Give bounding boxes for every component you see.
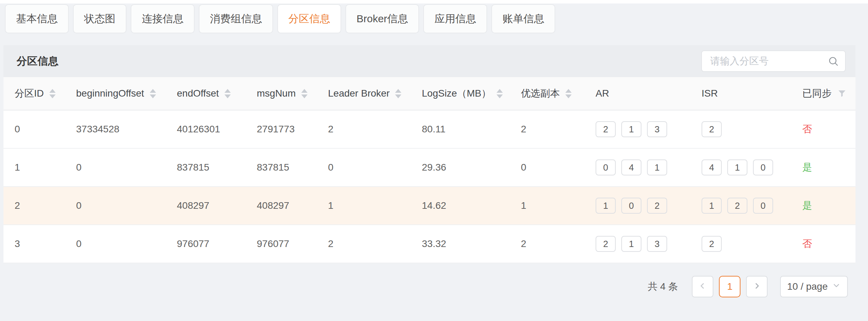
cell-synced: 否: [791, 110, 855, 148]
caret-down-icon[interactable]: [395, 94, 401, 98]
cell-partition_id: 2: [3, 187, 65, 224]
cell-log_size: 14.62: [411, 187, 510, 224]
caret-up-icon[interactable]: [565, 89, 572, 93]
table-footer: 共 4 条 1 10 / page: [0, 276, 848, 297]
cell-value: 976077: [177, 238, 209, 249]
cell-preferred_replica: 1: [510, 187, 584, 224]
sort-icon[interactable]: [224, 89, 231, 98]
current-page-label: 1: [727, 281, 732, 292]
column-header-label: ISR: [702, 88, 718, 99]
replica-tag: 1: [621, 236, 641, 252]
tab-item-2[interactable]: 连接信息: [131, 4, 195, 33]
cell-value: 0: [328, 162, 334, 173]
column-header-label: beginningOffset: [76, 88, 144, 99]
column-header-isr: ISR: [690, 77, 791, 110]
replica-tag: 0: [621, 198, 641, 214]
column-header-label: 分区ID: [15, 87, 44, 100]
sort-icon[interactable]: [565, 89, 572, 98]
caret-up-icon[interactable]: [49, 89, 56, 93]
chevron-right-icon: [752, 281, 761, 292]
caret-up-icon[interactable]: [395, 89, 401, 93]
caret-up-icon[interactable]: [301, 89, 308, 93]
cell-value: 0: [15, 124, 20, 135]
table-row: 10837815837815029.360041410是: [3, 149, 855, 187]
partition-search-box[interactable]: [701, 50, 846, 72]
sort-icon[interactable]: [497, 89, 503, 98]
replica-tag: 0: [753, 198, 773, 214]
synced-status: 否: [802, 237, 812, 250]
caret-down-icon[interactable]: [301, 94, 308, 98]
partition-table: 分区IDbeginningOffsetendOffsetmsgNumLeader…: [3, 77, 855, 263]
table-row: 20408297408297114.621102120是: [3, 187, 855, 225]
tab-item-5[interactable]: Broker信息: [345, 4, 419, 33]
column-header-leader_broker: Leader Broker: [317, 77, 411, 110]
caret-up-icon[interactable]: [224, 89, 231, 93]
cell-beginning_offset: 37334528: [65, 110, 166, 148]
chevron-left-icon: [698, 281, 707, 292]
cell-leader_broker: 1: [317, 187, 411, 224]
cell-leader_broker: 0: [317, 149, 411, 186]
replica-tag: 2: [702, 236, 722, 252]
caret-down-icon[interactable]: [224, 94, 231, 98]
tab-label: 状态图: [84, 12, 115, 26]
cell-value: 2: [328, 238, 334, 249]
cell-synced: 否: [791, 225, 855, 263]
sort-icon[interactable]: [49, 89, 56, 98]
table-header-row: 分区IDbeginningOffsetendOffsetmsgNumLeader…: [3, 77, 855, 110]
tab-item-7[interactable]: 账单信息: [491, 4, 555, 33]
cell-value: 1: [15, 162, 20, 173]
replica-tag: 2: [596, 236, 616, 252]
column-header-preferred_replica: 优选副本: [510, 77, 584, 110]
replica-tag: 0: [596, 159, 616, 175]
page-title: 分区信息: [17, 54, 58, 68]
tab-item-6[interactable]: 应用信息: [423, 4, 487, 33]
caret-up-icon[interactable]: [150, 89, 156, 93]
column-header-msg_num: msgNum: [246, 77, 317, 110]
sort-icon[interactable]: [301, 89, 308, 98]
filter-icon[interactable]: [837, 89, 847, 98]
cell-log_size: 33.32: [411, 225, 510, 263]
tab-item-3[interactable]: 消费组信息: [199, 4, 273, 33]
cell-value: 2791773: [257, 124, 295, 135]
tab-item-1[interactable]: 状态图: [73, 4, 126, 33]
replica-tag: 1: [702, 198, 722, 214]
search-input[interactable]: [710, 55, 828, 67]
tab-item-0[interactable]: 基本信息: [5, 4, 69, 33]
cell-value: 0: [521, 162, 526, 173]
column-header-log_size: LogSize（MB）: [411, 77, 510, 110]
synced-status: 是: [802, 199, 812, 212]
prev-page-button[interactable]: [692, 276, 713, 297]
sort-icon[interactable]: [150, 89, 156, 98]
tab-label: 连接信息: [142, 12, 183, 26]
cell-isr: 2: [690, 110, 791, 148]
column-header-ar: AR: [584, 77, 690, 110]
cell-synced: 是: [791, 187, 855, 224]
column-header-end_offset: endOffset: [166, 77, 246, 110]
cell-leader_broker: 2: [317, 225, 411, 263]
cell-log_size: 80.11: [411, 110, 510, 148]
cell-synced: 是: [791, 149, 855, 186]
sort-icon[interactable]: [395, 89, 401, 98]
tab-item-4[interactable]: 分区信息: [277, 4, 341, 33]
caret-down-icon[interactable]: [150, 94, 156, 98]
cell-beginning_offset: 0: [65, 187, 166, 224]
table-row: 30976077976077233.3222132否: [3, 225, 855, 263]
caret-down-icon[interactable]: [565, 94, 572, 98]
next-page-button[interactable]: [746, 276, 768, 297]
caret-up-icon[interactable]: [497, 89, 503, 93]
page-size-select[interactable]: 10 / page: [780, 276, 848, 297]
column-header-beginning_offset: beginningOffset: [65, 77, 166, 110]
cell-value: 3: [15, 238, 20, 249]
cell-value: 2: [15, 200, 20, 211]
search-icon[interactable]: [828, 56, 839, 67]
caret-down-icon[interactable]: [497, 94, 503, 98]
replica-tag: 1: [647, 159, 667, 175]
replica-tag: 2: [702, 121, 722, 137]
page-1-button[interactable]: 1: [719, 276, 740, 297]
page-size-label: 10 / page: [787, 281, 828, 292]
cell-ar: 213: [584, 225, 690, 263]
caret-down-icon[interactable]: [49, 94, 56, 98]
cell-ar: 102: [584, 187, 690, 224]
replica-tag: 2: [596, 121, 616, 137]
cell-value: 837815: [177, 162, 209, 173]
